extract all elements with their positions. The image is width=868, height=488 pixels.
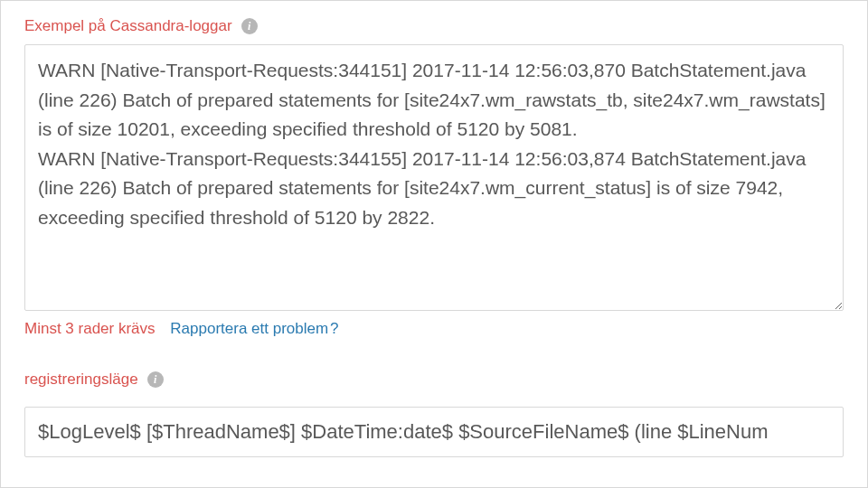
mode-label: registreringsläge <box>24 371 138 389</box>
info-icon[interactable]: i <box>241 18 258 34</box>
min-lines-hint: Minst 3 rader krävs <box>24 320 156 337</box>
config-panel: Exempel på Cassandra-loggar i Minst 3 ra… <box>0 0 868 488</box>
report-problem-link[interactable]: Rapportera ett problem <box>170 320 328 337</box>
example-logs-label-row: Exempel på Cassandra-loggar i <box>24 17 844 35</box>
pattern-input[interactable] <box>24 407 844 457</box>
info-icon[interactable]: i <box>147 371 164 388</box>
mode-label-row: registreringsläge i <box>24 371 844 389</box>
example-logs-label: Exempel på Cassandra-loggar <box>24 17 232 35</box>
question-icon[interactable]: ? <box>330 320 338 337</box>
hint-row: Minst 3 rader krävs Rapportera ett probl… <box>24 320 844 338</box>
example-logs-textarea[interactable] <box>24 44 844 311</box>
section-gap <box>24 338 844 371</box>
